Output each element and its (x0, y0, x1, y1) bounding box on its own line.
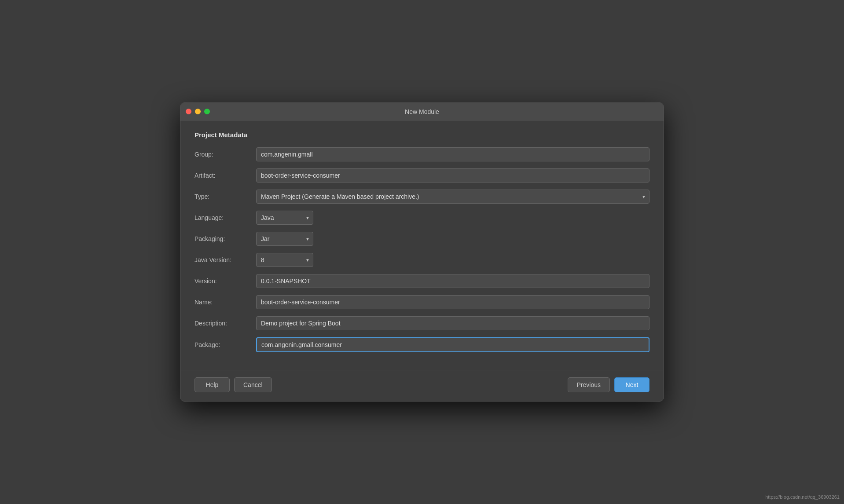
version-input[interactable] (256, 274, 650, 288)
minimize-button[interactable] (195, 109, 201, 114)
close-button[interactable] (186, 109, 191, 114)
type-select[interactable]: Maven Project (Generate a Maven based pr… (256, 190, 650, 204)
version-label: Version: (194, 278, 256, 285)
watermark: https://blog.csdn.net/qq_36903261 (765, 494, 840, 500)
packaging-select[interactable]: Jar War (256, 232, 313, 246)
packaging-label: Packaging: (194, 235, 256, 242)
previous-button[interactable]: Previous (568, 377, 610, 392)
name-label: Name: (194, 299, 256, 306)
package-row: Package: (194, 337, 650, 352)
name-row: Name: (194, 295, 650, 309)
artifact-input[interactable] (256, 168, 650, 183)
java-version-select-wrapper: 8 11 17 (256, 253, 313, 267)
java-version-select[interactable]: 8 11 17 (256, 253, 313, 267)
artifact-row: Artifact: (194, 168, 650, 183)
window-controls (186, 109, 210, 114)
description-input[interactable] (256, 316, 650, 330)
type-label: Type: (194, 193, 256, 200)
next-button[interactable]: Next (614, 377, 650, 392)
package-label: Package: (194, 341, 256, 348)
packaging-row: Packaging: Jar War (194, 232, 650, 246)
name-input[interactable] (256, 295, 650, 309)
language-select[interactable]: Java Kotlin Groovy (256, 211, 313, 225)
group-label: Group: (194, 151, 256, 158)
java-version-row: Java Version: 8 11 17 (194, 253, 650, 267)
group-row: Group: (194, 147, 650, 161)
section-title: Project Metadata (194, 131, 650, 139)
description-label: Description: (194, 320, 256, 327)
dialog-footer: Help Cancel Previous Next (180, 370, 664, 401)
group-input[interactable] (256, 147, 650, 161)
help-button[interactable]: Help (194, 377, 230, 392)
java-version-label: Java Version: (194, 256, 256, 263)
dialog-body: Project Metadata Group: Artifact: Type: … (180, 121, 664, 370)
language-select-wrapper: Java Kotlin Groovy (256, 211, 313, 225)
version-row: Version: (194, 274, 650, 288)
language-row: Language: Java Kotlin Groovy (194, 211, 650, 225)
title-bar: New Module (180, 103, 664, 121)
package-input[interactable] (256, 337, 650, 352)
maximize-button[interactable] (204, 109, 210, 114)
dialog-title: New Module (405, 108, 439, 115)
cancel-button[interactable]: Cancel (234, 377, 272, 392)
footer-right: Previous Next (568, 377, 650, 392)
type-row: Type: Maven Project (Generate a Maven ba… (194, 190, 650, 204)
footer-left: Help Cancel (194, 377, 272, 392)
packaging-select-wrapper: Jar War (256, 232, 313, 246)
artifact-label: Artifact: (194, 172, 256, 179)
language-label: Language: (194, 214, 256, 221)
new-module-dialog: New Module Project Metadata Group: Artif… (180, 102, 664, 402)
type-select-wrapper: Maven Project (Generate a Maven based pr… (256, 190, 650, 204)
description-row: Description: (194, 316, 650, 330)
